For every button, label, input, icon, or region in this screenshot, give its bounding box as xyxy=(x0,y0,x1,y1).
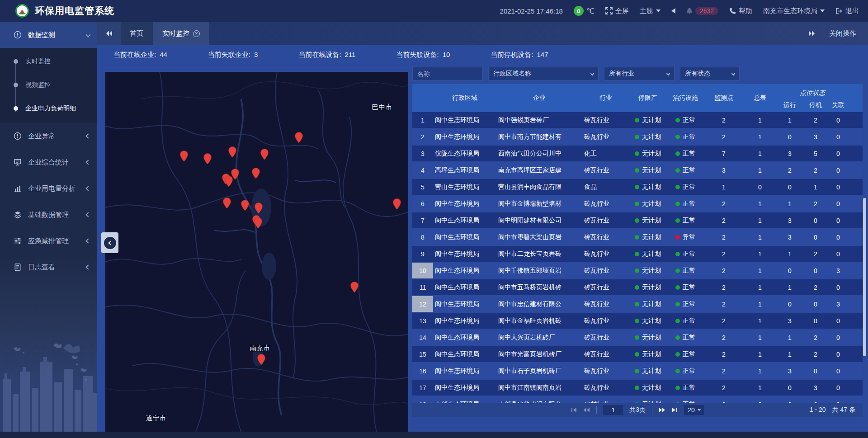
fullscreen-button[interactable]: 全屏 xyxy=(605,7,629,15)
cell-meter: 1 xyxy=(743,234,777,241)
table-row[interactable]: 15 阆中生态环境局 阆中市光富页岩机砖厂 砖瓦行业 无计划 正常 2 1 1 … xyxy=(412,346,863,362)
table-row[interactable]: 4 高坪生态环境局 南充市高坪区王家店建 砖瓦行业 无计划 正常 3 1 2 2… xyxy=(412,162,863,178)
sidebar-item-enterprise-abnormal[interactable]: 企业异常 xyxy=(0,123,97,149)
cell-company: 阆中市江南镇阆南页岩 xyxy=(496,384,582,392)
sidebar-item-power-usage-analysis[interactable]: 企业用电量分析 xyxy=(0,175,97,202)
table-row[interactable]: 8 阆中生态环境局 阆中市枣碧大梁山页岩 砖瓦行业 无计划 异常 2 1 3 0… xyxy=(412,229,863,245)
help-button[interactable]: 帮助 xyxy=(729,7,752,15)
map-pin[interactable] xyxy=(260,149,269,160)
total-pages-label: 共3页 xyxy=(629,406,646,414)
cell-lost: 0 xyxy=(828,351,848,358)
cell-run: 0 xyxy=(777,133,803,141)
sidebar-item-power-load-detail[interactable]: 企业电力负荷明细 xyxy=(0,97,97,120)
temperature-badge: 0 xyxy=(574,6,584,16)
sidebar-item-base-data-management[interactable]: 基础数据管理 xyxy=(0,202,97,228)
table-row[interactable]: 9 阆中生态环境局 阆中市二龙长宝页岩砖 砖瓦行业 无计划 正常 2 1 1 2… xyxy=(412,246,863,262)
last-page-icon xyxy=(672,407,678,413)
cell-meter: 1 xyxy=(743,351,777,358)
table-row[interactable]: 1 阆中生态环境局 阆中强锐页岩砖厂 砖瓦行业 无计划 正常 2 1 1 2 0 xyxy=(412,112,863,128)
page-number-input[interactable] xyxy=(603,405,623,415)
map-pin[interactable] xyxy=(223,198,231,209)
table-row[interactable]: 10 阆中生态环境局 阆中千佛镇五郎垭页岩 砖瓦行业 无计划 正常 2 1 0 … xyxy=(412,263,863,278)
cell-index: 1 xyxy=(412,112,433,128)
close-operations-button[interactable]: 关闭操作 xyxy=(829,29,856,38)
table-row[interactable]: 17 阆中生态环境局 阆中市江南镇阆南页岩 砖瓦行业 无计划 正常 2 1 0 … xyxy=(412,380,863,396)
col-region: 行政区域 xyxy=(433,84,496,112)
cell-company: 阆中明阳建材有限公司 xyxy=(496,217,582,225)
map-collapse-button[interactable] xyxy=(101,232,118,253)
notification-count-badge: 2632 xyxy=(695,7,718,15)
status-dot-icon xyxy=(635,285,639,290)
cell-stop-status: 无计划 xyxy=(629,384,666,392)
cell-company: 阆中市金博瑞新型墙材 xyxy=(496,200,582,208)
notifications-button[interactable]: 2632 xyxy=(686,7,718,15)
table-row[interactable]: 3 仪陇生态环境局 西南油气田分公司川中 化工 无计划 正常 7 1 3 5 0 xyxy=(412,146,863,161)
sidebar-item-enterprise-statistics[interactable]: 企业综合统计 xyxy=(0,149,97,175)
industry-filter-select[interactable]: 所有行业 xyxy=(604,67,675,80)
cell-company: 南充市高坪区王家店建 xyxy=(496,166,582,174)
sound-button[interactable] xyxy=(671,8,675,14)
region-filter-select[interactable]: 行政区域名称 xyxy=(488,67,599,80)
logout-button[interactable]: 退出 xyxy=(835,7,859,15)
map-pin[interactable] xyxy=(203,153,212,165)
tabs-scroll-left-button[interactable] xyxy=(97,22,121,45)
sidebar-subitem-label: 实时监控 xyxy=(25,57,51,66)
table-scrollbar-thumb[interactable] xyxy=(863,198,866,356)
table-row[interactable]: 7 阆中生态环境局 阆中明阳建材有限公司 砖瓦行业 无计划 正常 2 1 3 0… xyxy=(412,212,863,228)
map-pin[interactable] xyxy=(257,354,266,365)
map-pin[interactable] xyxy=(228,146,237,158)
status-filter-select[interactable]: 所有状态 xyxy=(680,67,740,80)
cell-halt: 0 xyxy=(803,234,828,241)
theme-dropdown[interactable]: 主题 xyxy=(640,7,660,15)
map-pin[interactable] xyxy=(254,217,263,229)
cell-industry: 砖瓦行业 xyxy=(582,116,629,124)
table-row[interactable]: 14 阆中生态环境局 阆中大兴页岩机砖厂 砖瓦行业 无计划 正常 2 1 1 2… xyxy=(412,330,863,345)
cell-index: 3 xyxy=(412,146,433,161)
tab-close-icon[interactable]: ✕ xyxy=(193,30,200,37)
tab[interactable]: 首页 xyxy=(121,22,152,45)
table-row[interactable]: 6 阆中生态环境局 阆中市金博瑞新型墙材 砖瓦行业 无计划 正常 2 1 1 2… xyxy=(412,196,863,212)
table-row[interactable]: 12 阆中生态环境局 阆中市忠信建材有限公 砖瓦行业 无计划 正常 2 1 0 … xyxy=(412,296,863,312)
table-row[interactable]: 11 阆中生态环境局 阆中市五马桥页岩机砖 砖瓦行业 无计划 正常 2 1 1 … xyxy=(412,279,863,295)
map-pin[interactable] xyxy=(393,198,401,210)
prev-page-button[interactable] xyxy=(583,407,590,413)
first-page-button[interactable] xyxy=(571,407,577,413)
tab[interactable]: 实时监控 ✕ xyxy=(153,22,209,45)
table-row[interactable]: 18 南部生态环境局 南部县建华水泥有限公 建材行业 无计划 正常 6 0 0 … xyxy=(412,396,863,403)
org-dropdown[interactable]: 南充市生态环境局 xyxy=(763,7,825,15)
cell-meter: 1 xyxy=(743,117,777,124)
table-row[interactable]: 2 阆中生态环境局 阆中市南方节能建材有 砖瓦行业 无计划 正常 2 1 0 3… xyxy=(412,129,863,145)
cell-company: 阆中市二龙长宝页岩砖 xyxy=(496,250,582,258)
last-page-button[interactable] xyxy=(672,407,678,413)
cell-index: 7 xyxy=(412,212,433,228)
datetime-label: 2021-02-25 17:46:18 xyxy=(500,7,563,15)
next-page-button[interactable] xyxy=(659,407,665,413)
sidebar-item-video-monitor[interactable]: 视频监控 xyxy=(0,73,97,97)
cell-index: 10 xyxy=(412,263,433,278)
table-row[interactable]: 16 阆中生态环境局 阆中市石子页岩机砖厂 砖瓦行业 无计划 正常 2 1 3 … xyxy=(412,363,863,379)
double-right-arrow-icon[interactable] xyxy=(808,30,816,37)
map-canvas[interactable]: 巴中市南充市遂宁市 xyxy=(105,72,408,432)
map-pin[interactable] xyxy=(241,200,250,211)
sidebar-item-realtime-monitor[interactable]: 实时监控 xyxy=(0,50,97,73)
col-run: 运行 xyxy=(777,98,803,112)
sidebar-item-data-monitor[interactable]: 数据监测 xyxy=(0,22,97,48)
map-pin[interactable] xyxy=(225,176,233,187)
cell-region: 阆中生态环境局 xyxy=(433,116,496,124)
org-label: 南充市生态环境局 xyxy=(763,7,817,15)
map-pin[interactable] xyxy=(255,203,263,214)
cell-industry: 砖瓦行业 xyxy=(582,367,629,375)
status-dot-icon xyxy=(675,151,680,156)
sidebar-item-emergency-reduction[interactable]: 应急减排管理 xyxy=(0,228,97,254)
cell-company: 阆中市五马桥页岩机砖 xyxy=(496,283,582,292)
page-size-select[interactable]: 20 xyxy=(684,405,704,415)
sidebar-item-log-view[interactable]: 日志查看 xyxy=(0,254,97,280)
map-pin[interactable] xyxy=(252,168,260,179)
table-row[interactable]: 5 营山生态环境局 营山县润丰肉食品有限 食品 无计划 正常 1 0 0 1 0 xyxy=(412,179,863,195)
table-row[interactable]: 13 阆中生态环境局 阆中市金福旺页岩机砖 砖瓦行业 无计划 正常 2 1 3 … xyxy=(412,313,863,329)
map-pin[interactable] xyxy=(295,132,303,143)
map-pin[interactable] xyxy=(180,151,189,162)
cell-points: 2 xyxy=(704,317,743,325)
map-pin[interactable] xyxy=(350,282,359,293)
name-filter-input[interactable] xyxy=(412,67,483,80)
